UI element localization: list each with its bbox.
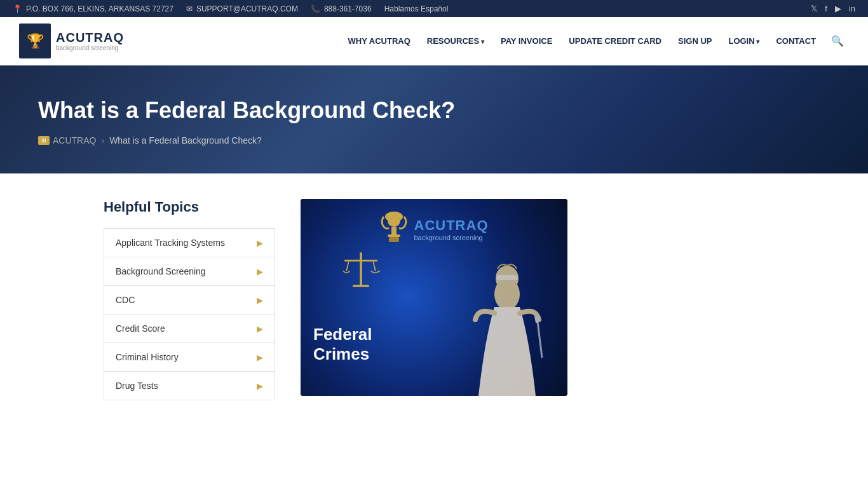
nav-pay-invoice[interactable]: PAY INVOICE: [494, 31, 559, 51]
chevron-right-icon: ▶: [257, 238, 263, 248]
chevron-right-icon: ▶: [257, 324, 263, 334]
svg-line-8: [346, 261, 349, 271]
article-image: ACUTRAQ background screening: [301, 199, 567, 396]
social-links: 𝕏 f ▶ in: [811, 4, 855, 13]
logo-area[interactable]: 🏆 ACUTRAQ background screening: [19, 24, 133, 58]
top-bar-info: 📍 P.O. BOX 766, ELKINS, ARKANSAS 72727 ✉…: [13, 4, 796, 13]
breadcrumb-home-label: ACUTRAQ: [53, 135, 96, 146]
hero-section: What is a Federal Background Check? ⊞ AC…: [0, 65, 868, 173]
sidebar-item-label: Applicant Tracking Systems: [116, 238, 225, 248]
nav-contact[interactable]: CONTACT: [770, 31, 822, 51]
sidebar-item-label: CDC: [116, 295, 135, 305]
nav-resources[interactable]: RESOURCES: [421, 31, 491, 51]
address-text: P.O. BOX 766, ELKINS, ARKANSAS 72727: [26, 4, 173, 13]
svg-rect-6: [353, 285, 369, 287]
top-bar: 📍 P.O. BOX 766, ELKINS, ARKANSAS 72727 ✉…: [0, 0, 868, 17]
language-item: Hablamos Español: [384, 4, 449, 13]
svg-rect-2: [391, 227, 397, 234]
sidebar-item-label: Drug Tests: [116, 381, 158, 391]
sidebar-item-label: Credit Score: [116, 323, 165, 334]
sidebar-item-credit-score[interactable]: Credit Score ▶: [104, 315, 275, 343]
email-icon: ✉: [186, 4, 193, 13]
breadcrumb-home[interactable]: ⊞ ACUTRAQ: [38, 135, 96, 146]
linkedin-link[interactable]: in: [849, 4, 855, 13]
breadcrumb-current: What is a Federal Background Check?: [109, 135, 262, 146]
sidebar-item-cdc[interactable]: CDC ▶: [104, 286, 275, 315]
home-icon: ⊞: [38, 136, 50, 145]
federal-crimes-text: Federal Crimes: [313, 325, 372, 364]
sidebar-item-applicant-tracking[interactable]: Applicant Tracking Systems ▶: [104, 229, 275, 257]
phone-icon: 📞: [311, 4, 320, 13]
logo-text: ACUTRAQ background screening: [56, 30, 124, 51]
nav-login[interactable]: LOGIN: [722, 31, 766, 51]
nav-sign-up[interactable]: SIGN UP: [672, 31, 718, 51]
main-content: Helpful Topics Applicant Tracking System…: [85, 173, 783, 426]
chevron-right-icon: ▶: [257, 267, 263, 276]
brand-tagline: background screening: [56, 44, 124, 51]
brand-name: ACUTRAQ: [56, 30, 124, 44]
phone-link[interactable]: 888-361-7036: [324, 4, 372, 13]
federal-text-line2: Crimes: [313, 344, 372, 364]
email-item[interactable]: ✉ SUPPORT@ACUTRAQ.COM: [186, 4, 298, 13]
image-brand-tagline: background screening: [414, 234, 489, 241]
logo-icon: 🏆: [19, 24, 51, 58]
svg-rect-4: [389, 237, 399, 242]
sidebar-item-label: Criminal History: [116, 352, 179, 362]
federal-text-line1: Federal: [313, 325, 372, 344]
address-item: 📍 P.O. BOX 766, ELKINS, ARKANSAS 72727: [13, 4, 173, 13]
language-text: Hablamos Español: [384, 4, 449, 13]
nav-update-credit-card[interactable]: UPDATE CREDIT CARD: [562, 31, 668, 51]
article-area: ACUTRAQ background screening: [301, 199, 764, 396]
chevron-right-icon: ▶: [257, 295, 263, 305]
youtube-link[interactable]: ▶: [835, 4, 841, 13]
sidebar: Helpful Topics Applicant Tracking System…: [104, 199, 275, 400]
sidebar-item-background-screening[interactable]: Background Screening ▶: [104, 257, 275, 286]
page-title: What is a Federal Background Check?: [38, 97, 830, 124]
hero-content: What is a Federal Background Check? ⊞ AC…: [38, 97, 830, 146]
sidebar-item-label: Background Screening: [116, 266, 206, 276]
sidebar-menu: Applicant Tracking Systems ▶ Background …: [104, 228, 275, 400]
svg-rect-3: [388, 234, 400, 237]
svg-rect-7: [344, 260, 378, 262]
chevron-right-icon: ▶: [257, 353, 263, 362]
article-image-content: ACUTRAQ background screening: [301, 199, 567, 396]
image-brand-block: ACUTRAQ background screening: [414, 217, 489, 241]
svg-rect-5: [360, 252, 362, 286]
chevron-right-icon: ▶: [257, 381, 263, 391]
sidebar-item-drug-tests[interactable]: Drug Tests ▶: [104, 372, 275, 400]
scales-svg: [339, 247, 383, 297]
svg-rect-13: [496, 275, 518, 280]
lady-justice-figure: [466, 256, 548, 396]
svg-rect-1: [388, 215, 400, 227]
image-trophy-icon: [380, 212, 408, 247]
svg-line-9: [373, 261, 376, 271]
image-brand-name: ACUTRAQ: [414, 217, 489, 234]
location-icon: 📍: [13, 4, 22, 13]
breadcrumb: ⊞ ACUTRAQ › What is a Federal Background…: [38, 135, 830, 146]
twitter-link[interactable]: 𝕏: [811, 4, 817, 13]
header: 🏆 ACUTRAQ background screening WHY ACUTR…: [0, 17, 868, 65]
nav-why-acutraq[interactable]: WHY ACUTRAQ: [342, 31, 417, 51]
sidebar-title: Helpful Topics: [104, 199, 275, 215]
facebook-link[interactable]: f: [825, 4, 827, 13]
email-link[interactable]: SUPPORT@ACUTRAQ.COM: [196, 4, 298, 13]
scales-of-justice-icon: [339, 250, 383, 294]
search-icon[interactable]: 🔍: [826, 30, 849, 52]
sidebar-item-criminal-history[interactable]: Criminal History ▶: [104, 343, 275, 372]
main-nav: WHY ACUTRAQ RESOURCES PAY INVOICE UPDATE…: [146, 30, 849, 52]
phone-item[interactable]: 📞 888-361-7036: [311, 4, 372, 13]
breadcrumb-separator: ›: [101, 135, 104, 146]
image-logo-area: ACUTRAQ background screening: [301, 212, 567, 247]
